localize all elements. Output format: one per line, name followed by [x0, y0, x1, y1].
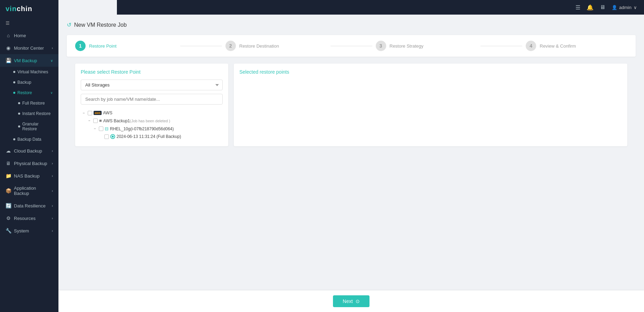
chevron-right-icon: ›: [52, 216, 53, 220]
app-logo: vinchin: [0, 0, 58, 18]
next-button[interactable]: Next ⊙: [333, 295, 369, 307]
sidebar-sub-restore[interactable]: Restore ∨: [0, 88, 58, 98]
sidebar-sub-backup-data[interactable]: Backup Data: [0, 134, 58, 145]
tree-root: − aws AWS − ≡ A: [81, 109, 223, 140]
sidebar-item-app-backup[interactable]: 📦 Application Backup ›: [0, 182, 58, 199]
tree-row-aws[interactable]: − aws AWS: [81, 109, 223, 116]
tree-toggle-rhel[interactable]: −: [93, 126, 97, 131]
step-3-label: Restore Strategy: [390, 43, 424, 49]
tree-row-rp[interactable]: · 2024-06-13 11:31:24 (Full Backup): [97, 133, 223, 140]
sidebar-item-physical-backup[interactable]: 🖥 Physical Backup ›: [0, 157, 58, 170]
sidebar-sub-virtual-machines[interactable]: Virtual Machines: [0, 67, 58, 77]
storage-select[interactable]: All Storages: [81, 80, 223, 90]
chevron-right-icon: ›: [52, 46, 53, 50]
tree-toggle-backup1[interactable]: −: [87, 118, 92, 123]
selected-restore-points-panel: Selected restore points: [234, 64, 627, 146]
search-input[interactable]: [81, 94, 223, 105]
instant-restore-label: Instant Restore: [22, 111, 50, 116]
messages-icon[interactable]: ☰: [575, 4, 580, 11]
bottom-bar: Next ⊙: [58, 290, 644, 312]
sidebar-sub-instant-restore[interactable]: Instant Restore: [0, 108, 58, 119]
sidebar-item-home[interactable]: ⌂ Home: [0, 29, 58, 42]
deleted-label: (Job has been deleted ): [130, 119, 170, 123]
restore-point-icon: [110, 134, 115, 139]
logo-green: vin: [6, 5, 17, 13]
job-icon: ≡: [99, 118, 102, 123]
dot-icon: [18, 113, 20, 115]
tree-children-rhel: · 2024-06-13 11:31:24 (Full Backup): [97, 133, 223, 140]
full-restore-label: Full Restore: [22, 101, 45, 106]
refresh-icon: ↺: [67, 22, 71, 28]
tree-children-aws: − ≡ AWS Backup1(Job has been deleted ): [86, 117, 223, 140]
tree-row-rhel[interactable]: − ⊟ RHEL_10g(i-07fb218790d56d064): [92, 125, 223, 132]
sidebar-item-app-label: Application Backup: [14, 186, 49, 196]
step-3: 3 Restore Strategy: [376, 41, 477, 51]
step-3-circle: 3: [376, 41, 386, 51]
monitor-icon: ◉: [6, 45, 11, 51]
logo-white: chin: [17, 5, 32, 13]
dot-icon: [13, 138, 15, 140]
sidebar-item-physical-label: Physical Backup: [14, 161, 47, 166]
resources-icon: ⚙: [6, 215, 11, 221]
chevron-right-icon: ›: [52, 189, 53, 193]
sidebar-item-data-resilience[interactable]: 🔄 Data Resilience ›: [0, 199, 58, 212]
sidebar-item-cloud-backup[interactable]: ☁ Cloud Backup ›: [0, 145, 58, 157]
sidebar-item-nas-backup[interactable]: 📁 NAS Backup ›: [0, 170, 58, 182]
dot-active-icon: [13, 92, 15, 94]
tree-node-rp: · 2024-06-13 11:31:24 (Full Backup): [97, 133, 223, 140]
step-divider-2: [331, 46, 372, 46]
user-icon: 👤: [612, 5, 617, 10]
page-title-text: New VM Restore Job: [74, 22, 127, 28]
dot-icon: [18, 102, 20, 104]
step-1-circle: 1: [75, 41, 86, 51]
user-menu[interactable]: 👤 admin ∨: [612, 5, 637, 10]
screen-icon[interactable]: 🖥: [600, 4, 605, 10]
tree-checkbox-rhel[interactable]: [99, 126, 103, 131]
sidebar-sub-granular-restore[interactable]: Granular Restore: [0, 119, 58, 134]
sidebar-item-resources[interactable]: ⚙ Resources ›: [0, 212, 58, 224]
tree-checkbox-aws[interactable]: [88, 111, 92, 115]
sidebar-item-vm-backup[interactable]: 💾 VM Backup ∨: [0, 54, 58, 67]
tree-node-backup1: − ≡ AWS Backup1(Job has been deleted ): [86, 117, 223, 140]
main-content: ☰ 🔔 🖥 👤 admin ∨ ↺ New VM Restore Job 1 R…: [58, 0, 644, 312]
cloud-backup-icon: ☁: [6, 148, 11, 154]
chevron-right-icon: ›: [52, 162, 53, 165]
sidebar-sub-backup-data-label: Backup Data: [17, 137, 41, 142]
tree-checkbox-backup1[interactable]: [93, 118, 98, 123]
notifications-icon[interactable]: 🔔: [587, 4, 594, 11]
sidebar-item-dr-label: Data Resilience: [14, 203, 46, 208]
step-divider-1: [180, 46, 222, 46]
tree-toggle-aws[interactable]: −: [81, 110, 86, 115]
sidebar-item-monitor-label: Monitor Center: [14, 46, 44, 51]
backup1-label: AWS Backup1(Job has been deleted ): [103, 118, 170, 123]
granular-restore-label: Granular Restore: [22, 122, 53, 131]
step-1-label: Restore Point: [89, 43, 117, 49]
tree-row-backup1[interactable]: − ≡ AWS Backup1(Job has been deleted ): [86, 117, 223, 124]
step-2: 2 Restore Destination: [225, 41, 327, 51]
sidebar-item-monitor[interactable]: ◉ Monitor Center ›: [0, 42, 58, 54]
sidebar: vinchin ☰ ⌂ Home ◉ Monitor Center › 💾 VM…: [0, 0, 58, 312]
sidebar-item-home-label: Home: [14, 33, 26, 38]
dot-icon: [13, 71, 15, 73]
sidebar-item-nas-label: NAS Backup: [14, 173, 40, 179]
step-4-label: Review & Confirm: [540, 43, 576, 49]
sidebar-item-system[interactable]: 🔧 System ›: [0, 224, 58, 237]
sidebar-sub-vm-label: Virtual Machines: [17, 69, 48, 74]
next-arrow-icon: ⊙: [356, 298, 360, 304]
nas-backup-icon: 📁: [6, 173, 11, 179]
dot-icon: [18, 125, 20, 128]
data-resilience-icon: 🔄: [6, 203, 11, 208]
page-content: ↺ New VM Restore Job 1 Restore Point 2 R…: [58, 15, 644, 290]
tree-children-backup1: − ⊟ RHEL_10g(i-07fb218790d56d064): [92, 125, 223, 140]
tree-checkbox-rp[interactable]: [104, 134, 109, 139]
sidebar-sub-backup[interactable]: Backup: [0, 77, 58, 88]
chevron-down-icon: ∨: [50, 59, 53, 63]
panels-wrapper: Please select Restore Point All Storages…: [67, 64, 636, 146]
vm-stack-icon: ⊟: [105, 126, 109, 131]
restore-point-panel: Please select Restore Point All Storages…: [75, 64, 228, 146]
hamburger-button[interactable]: ☰: [0, 18, 58, 29]
aws-label: AWS: [103, 110, 112, 115]
sidebar-sub-restore-label: Restore: [17, 90, 32, 95]
sidebar-sub-full-restore[interactable]: Full Restore: [0, 98, 58, 108]
topbar: ☰ 🔔 🖥 👤 admin ∨: [117, 0, 644, 15]
